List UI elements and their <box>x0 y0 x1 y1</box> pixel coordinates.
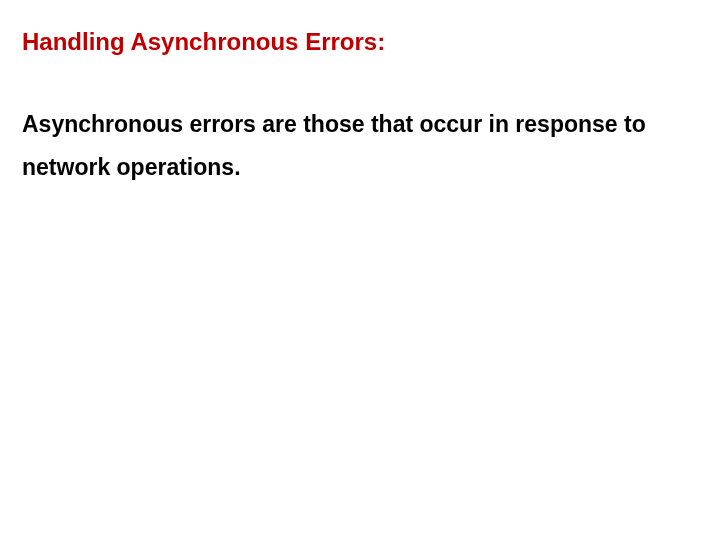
slide-body-text: Asynchronous errors are those that occur… <box>22 103 672 190</box>
slide-container: Handling Asynchronous Errors: Asynchrono… <box>0 0 720 540</box>
slide-heading: Handling Asynchronous Errors: <box>22 28 698 57</box>
